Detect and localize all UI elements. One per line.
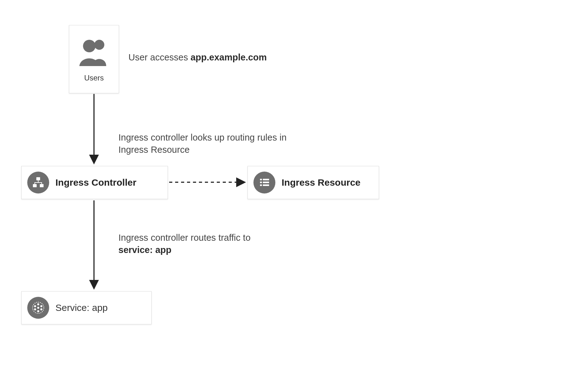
annotation-route-target: service: app [118,245,171,255]
users-icon [77,38,111,67]
svg-rect-4 [40,184,44,187]
svg-rect-12 [263,182,269,183]
svg-point-18 [40,308,42,310]
service-icon [27,297,49,319]
annotation-access-host: app.example.com [190,52,267,62]
svg-point-19 [37,310,39,312]
list-icon [253,172,275,193]
svg-rect-14 [263,184,269,186]
svg-point-1 [83,40,96,52]
svg-point-0 [94,40,104,50]
svg-rect-2 [36,177,40,180]
service-node: Service: app [21,291,152,324]
network-icon [27,172,49,193]
annotation-lookup-text: Ingress controller looks up routing rule… [118,132,287,155]
annotation-route: Ingress controller routes traffic to ser… [118,232,294,256]
ingress-resource-node: Ingress Resource [247,166,379,199]
svg-rect-10 [263,179,269,180]
svg-point-20 [34,308,36,310]
svg-point-16 [37,303,39,305]
svg-rect-6 [34,182,42,183]
annotation-route-prefix: Ingress controller routes traffic to [118,233,251,243]
annotation-access-prefix: User accesses [128,52,190,62]
svg-rect-9 [260,179,262,180]
svg-rect-7 [34,182,35,184]
users-node: Users [69,25,119,93]
svg-rect-5 [38,180,39,182]
annotation-access: User accesses app.example.com [128,51,316,64]
svg-rect-3 [33,184,37,187]
svg-point-17 [40,305,42,307]
svg-point-21 [34,305,36,307]
svg-rect-11 [260,182,262,183]
service-label-value: app [92,302,108,313]
ingress-resource-label: Ingress Resource [282,177,361,188]
ingress-controller-label: Ingress Controller [55,177,136,188]
svg-point-22 [37,307,39,309]
svg-rect-13 [260,184,262,186]
annotation-lookup: Ingress controller looks up routing rule… [118,132,288,156]
svg-rect-8 [41,182,42,184]
users-label: Users [84,74,104,82]
service-label-prefix: Service: [55,302,92,313]
ingress-controller-node: Ingress Controller [21,166,168,199]
